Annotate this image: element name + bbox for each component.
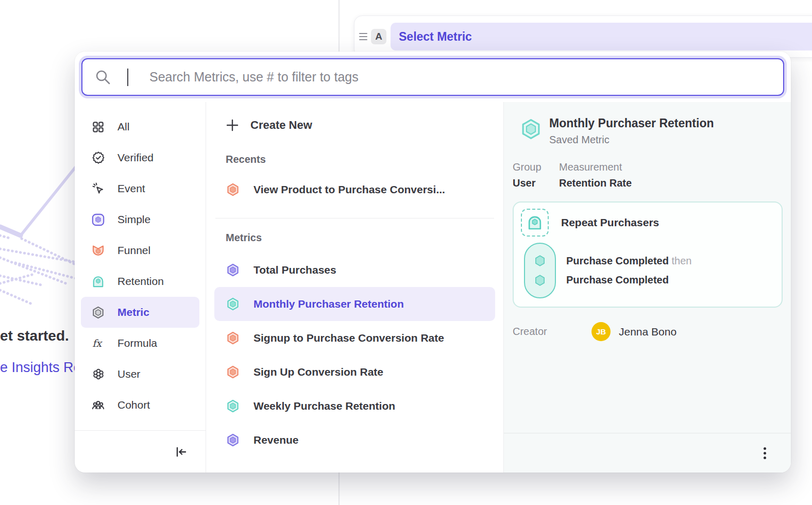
metric-detail-panel: Monthly Purchaser Retention Saved Metric… <box>504 102 791 473</box>
hexagon-teal-icon <box>226 297 240 311</box>
sidebar-item-label: Verified <box>117 152 154 164</box>
definition-step-1: Purchase Completed then <box>566 255 691 267</box>
hexagon-orange-icon <box>226 365 240 379</box>
retention-icon <box>91 275 105 289</box>
funnel-icon <box>91 244 105 258</box>
grid-icon <box>91 120 105 134</box>
sidebar-item-label: User <box>117 368 140 380</box>
metric-list-item[interactable]: Sign Up Conversion Rate <box>206 355 503 389</box>
recent-item[interactable]: View Product to Purchase Conversi... <box>206 173 503 207</box>
kebab-icon <box>764 447 766 450</box>
sidebar-item-label: Formula <box>117 337 157 349</box>
sidebar-item-label: Metric <box>117 306 149 318</box>
measurement-value: Retention Rate <box>559 177 632 189</box>
list-divider <box>215 218 494 218</box>
hexagon-purple-icon <box>226 263 240 277</box>
detail-footer <box>504 433 791 473</box>
svg-text:fx: fx <box>92 338 103 349</box>
metric-block-badge: A <box>371 29 386 44</box>
metric-definition-card: Repeat Purchasers Purchase Completed <box>513 201 783 308</box>
step-connector: then <box>672 255 692 266</box>
metric-list-item[interactable]: Signup to Purchase Conversion Rate <box>206 321 503 355</box>
sidebar-item-simple[interactable]: Simple <box>75 204 206 235</box>
drag-handle-icon[interactable] <box>359 33 367 40</box>
metric-item-label: Signup to Purchase Conversion Rate <box>253 332 444 344</box>
sidebar-item-label: Funnel <box>117 244 150 257</box>
metric-item-label: Monthly Purchaser Retention <box>253 298 404 310</box>
search-input[interactable] <box>81 58 784 96</box>
creator-avatar: JB <box>591 322 611 341</box>
text-cursor <box>127 69 128 86</box>
behavior-icon <box>521 209 549 237</box>
metric-list-item[interactable]: Revenue <box>206 423 503 457</box>
category-sidebar: All Verified Event <box>75 102 206 473</box>
sidebar-footer <box>75 430 206 473</box>
recent-item-label: View Product to Purchase Conversi... <box>253 183 445 196</box>
event-hexagon-icon <box>533 254 547 267</box>
metric-item-label: Sign Up Conversion Rate <box>253 366 383 378</box>
user-icon <box>91 367 105 381</box>
sidebar-item-label: Cohort <box>117 399 150 411</box>
sidebar-item-formula[interactable]: fx Formula <box>75 328 206 359</box>
metric-list-item-selected[interactable]: Monthly Purchaser Retention <box>214 287 495 321</box>
select-metric-label: Select Metric <box>399 30 472 44</box>
event-cursor-icon <box>91 182 105 196</box>
event-hexagon-icon <box>533 274 547 287</box>
search-bar <box>81 58 784 96</box>
creator-name: Jenna Bono <box>619 326 676 338</box>
sidebar-item-metric[interactable]: Metric <box>81 297 199 328</box>
metric-list-item[interactable]: Weekly Purchase Retention <box>206 389 503 423</box>
collapse-icon <box>174 445 188 459</box>
metrics-heading: Metrics <box>226 232 503 244</box>
metric-item-label: Revenue <box>253 434 299 446</box>
metric-list-column: Create New Recents View Product to Purch… <box>206 102 504 473</box>
metric-picker-modal: All Verified Event <box>75 52 791 473</box>
detail-title: Monthly Purchaser Retention <box>549 116 714 130</box>
group-label: Group <box>513 161 559 173</box>
sidebar-item-verified[interactable]: Verified <box>75 142 206 173</box>
formula-icon: fx <box>91 336 105 350</box>
collapse-sidebar-button[interactable] <box>174 445 188 459</box>
measurement-label: Measurement <box>559 161 632 173</box>
create-new-button[interactable]: Create New <box>206 110 503 140</box>
sidebar-item-label: Event <box>117 182 145 195</box>
select-metric-button[interactable]: Select Metric <box>391 23 812 50</box>
metric-teal-hexagon-icon <box>519 117 543 141</box>
hexagon-orange-icon <box>226 182 240 197</box>
metric-hexagon-icon <box>91 306 105 319</box>
background-heading-fragment: et started. <box>0 328 75 344</box>
create-new-label: Create New <box>250 119 312 132</box>
sidebar-item-label: Simple <box>117 213 150 226</box>
plus-icon <box>226 119 239 132</box>
background-insights-link-fragment[interactable]: e Insights Re <box>0 360 75 376</box>
sidebar-item-user[interactable]: User <box>75 359 206 390</box>
more-options-button[interactable] <box>760 444 769 462</box>
simple-metric-icon <box>91 213 105 227</box>
creator-label: Creator <box>513 326 591 338</box>
definition-step-2: Purchase Completed <box>566 274 691 286</box>
sidebar-item-cohort[interactable]: Cohort <box>75 390 206 420</box>
hexagon-purple-icon <box>226 433 240 447</box>
metric-item-label: Total Purchases <box>253 264 336 276</box>
cohort-icon <box>91 398 105 412</box>
verified-badge-icon <box>91 151 105 165</box>
behavior-name: Repeat Purchasers <box>561 216 659 229</box>
sidebar-item-funnel[interactable]: Funnel <box>75 235 206 266</box>
sidebar-item-retention[interactable]: Retention <box>75 266 206 297</box>
recents-heading: Recents <box>226 154 503 165</box>
sidebar-item-label: Retention <box>117 275 164 288</box>
hexagon-orange-icon <box>226 331 240 345</box>
metric-list-item[interactable]: Total Purchases <box>206 253 503 287</box>
hexagon-teal-icon <box>226 399 240 413</box>
detail-subtitle: Saved Metric <box>549 134 714 146</box>
sidebar-item-label: All <box>117 121 129 133</box>
background-chart-lines <box>0 157 78 348</box>
sidebar-item-all[interactable]: All <box>75 111 206 142</box>
event-sequence-capsule <box>524 243 556 298</box>
metric-item-label: Weekly Purchase Retention <box>253 400 395 412</box>
group-value: User <box>513 177 559 189</box>
sidebar-item-event[interactable]: Event <box>75 173 206 204</box>
